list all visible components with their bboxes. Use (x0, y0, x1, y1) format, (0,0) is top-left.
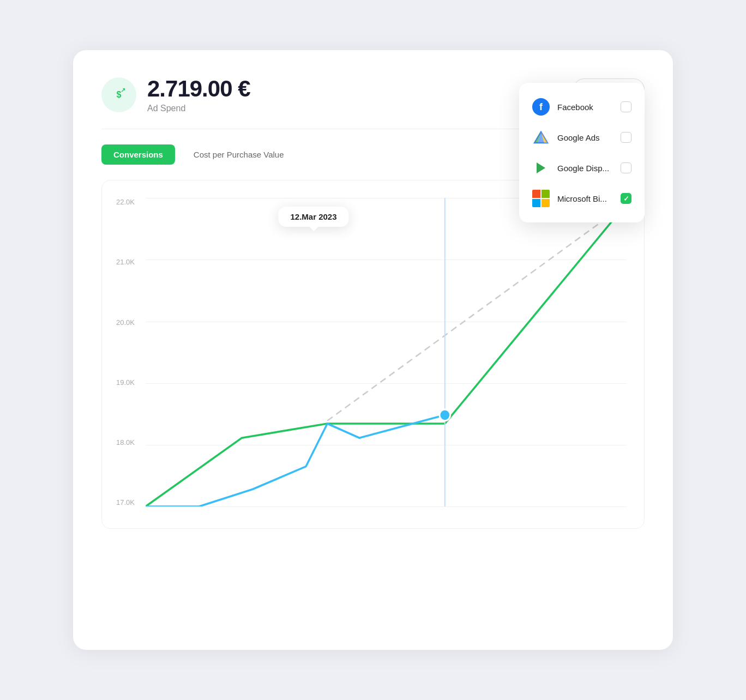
svg-point-6 (440, 409, 450, 421)
chart-svg (146, 198, 627, 506)
y-label-2: 21.0K (102, 258, 141, 266)
google-display-checkbox[interactable] (621, 162, 631, 173)
metric-value: 2.719.00 € (147, 76, 250, 101)
google-ads-icon (532, 129, 550, 146)
facebook-label: Facebook (557, 102, 613, 112)
main-card: $ ↗ 2.719.00 € Ad Spend Filtter Conversi… (73, 50, 673, 650)
facebook-checkbox[interactable] (621, 101, 631, 112)
tab-conversions[interactable]: Conversions (101, 144, 175, 165)
filter-dropdown: f Facebook Google Ads (519, 83, 645, 222)
y-axis-labels: 22.0K 21.0K 20.0K 19.0K 18.0K 17.0K (102, 198, 141, 528)
dropdown-item-google-display[interactable]: Google Disp... (519, 153, 645, 183)
tab-cost-per-purchase[interactable]: Cost per Purchase Value (182, 144, 296, 165)
svg-line-4 (327, 204, 627, 421)
svg-marker-11 (537, 162, 545, 173)
svg-text:↗: ↗ (121, 87, 125, 93)
google-display-icon (532, 159, 550, 177)
dropdown-item-facebook[interactable]: f Facebook (519, 92, 645, 122)
dropdown-item-microsoft[interactable]: Microsoft Bi... (519, 183, 645, 214)
google-display-label: Google Disp... (557, 164, 613, 173)
google-ads-checkbox[interactable] (621, 132, 631, 143)
grid-line-6 (146, 506, 627, 507)
metric-block: $ ↗ 2.719.00 € Ad Spend (101, 76, 250, 113)
metric-label: Ad Spend (147, 104, 250, 113)
metric-icon: $ ↗ (101, 77, 136, 112)
y-label-4: 19.0K (102, 378, 141, 387)
facebook-icon: f (532, 98, 550, 116)
chart-area: 22.0K 21.0K 20.0K 19.0K 18.0K 17.0K (101, 180, 645, 529)
microsoft-label: Microsoft Bi... (557, 194, 613, 203)
y-label-1: 22.0K (102, 198, 141, 206)
y-label-3: 20.0K (102, 318, 141, 327)
metric-text: 2.719.00 € Ad Spend (147, 76, 250, 113)
google-ads-label: Google Ads (557, 133, 613, 142)
dropdown-item-google-ads[interactable]: Google Ads (519, 122, 645, 153)
y-label-5: 18.0K (102, 438, 141, 446)
microsoft-icon (532, 190, 550, 207)
y-label-6: 17.0K (102, 498, 141, 506)
microsoft-checkbox[interactable] (621, 193, 631, 204)
